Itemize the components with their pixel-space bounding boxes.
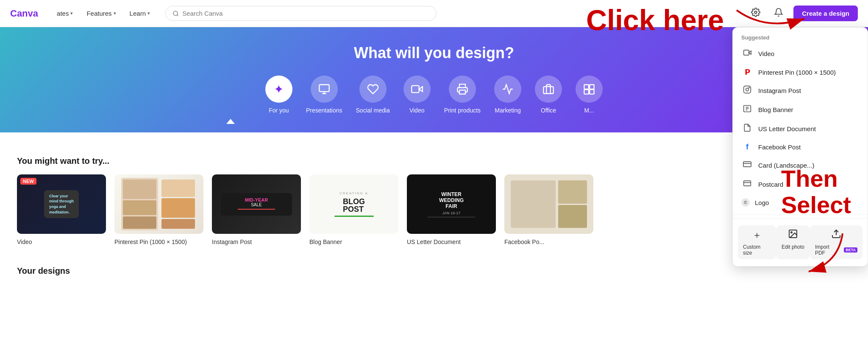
dropdown-item-instagram[interactable]: Instagram Post <box>733 81 868 100</box>
svg-rect-4 <box>412 86 419 93</box>
logo: Canva <box>10 8 38 19</box>
chevron-down-icon-learn: ▾ <box>147 11 150 16</box>
nav-item-learn[interactable]: Learn ▾ <box>125 6 155 20</box>
dropdown-label-logo: Logo <box>755 199 769 206</box>
svg-point-14 <box>746 88 749 91</box>
card-label-blog: Blog Banner <box>309 239 342 245</box>
pdf-icon <box>831 229 841 241</box>
dropdown-divider <box>733 214 868 215</box>
category-print-products[interactable]: Print products <box>444 76 481 114</box>
dropdown-label-facebook: Facebook Post <box>758 143 801 151</box>
list-item[interactable]: Facebook Po... <box>504 174 593 246</box>
plus-icon: ＋ <box>752 229 762 241</box>
nav-label-learn: Learn <box>130 10 146 17</box>
dropdown-item-facebook[interactable]: f Facebook Post <box>733 138 868 156</box>
chevron-down-icon-features: ▾ <box>114 11 116 16</box>
chevron-down-icon-templates: ▾ <box>70 11 73 16</box>
category-marketing[interactable]: Marketing <box>494 76 521 114</box>
office-icon <box>535 76 562 103</box>
dropdown-item-us-letter[interactable]: US Letter Document <box>733 119 868 138</box>
facebook-dropdown-icon: f <box>741 143 753 152</box>
bell-icon <box>774 8 783 17</box>
svg-point-15 <box>749 87 750 88</box>
svg-point-24 <box>791 232 792 233</box>
photo-icon <box>788 229 798 241</box>
dropdown-label-postcard: Postcard <box>758 181 783 188</box>
edit-photo-label: Edit photo <box>782 244 804 250</box>
category-video[interactable]: Video <box>403 76 431 114</box>
dropdown-actions: ＋ Custom size Edit photo Import PDF BETA <box>733 218 868 266</box>
print-products-icon <box>449 76 476 103</box>
svg-rect-6 <box>543 87 553 93</box>
blog-dropdown-icon <box>741 104 753 115</box>
svg-rect-5 <box>459 90 465 94</box>
create-design-dropdown: Suggested Video 𝗣 Pinterest Pin (1000 × … <box>732 27 868 267</box>
card-thumb-pinterest <box>114 174 203 234</box>
category-label-video: Video <box>409 107 425 114</box>
svg-marker-3 <box>419 87 422 92</box>
pinterest-dropdown-icon: 𝗣 <box>741 67 753 77</box>
category-social-media[interactable]: Social media <box>356 76 390 114</box>
category-office[interactable]: Office <box>535 76 562 114</box>
category-more[interactable]: M... <box>576 76 603 114</box>
dropdown-item-blog[interactable]: Blog Banner <box>733 100 868 119</box>
svg-rect-2 <box>319 85 329 92</box>
marketing-icon <box>494 76 521 103</box>
video-dropdown-icon <box>741 48 753 59</box>
edit-photo-button[interactable]: Edit photo <box>776 225 810 259</box>
dropdown-label-blog: Blog Banner <box>758 106 793 113</box>
svg-rect-10 <box>590 90 594 94</box>
header-actions: Create a design <box>748 4 858 22</box>
list-item[interactable]: WINTERWEDDINGFAIR JAN 16-17 US Letter Do… <box>407 174 496 246</box>
list-item[interactable]: NEW Clear yourmind throughyoga andmedita… <box>17 174 106 246</box>
cards-grid: NEW Clear yourmind throughyoga andmedita… <box>17 174 851 246</box>
gear-icon <box>751 8 760 17</box>
dropdown-label-card: Card (Landscape...) <box>758 162 815 169</box>
nav-label-features: Features <box>86 10 111 17</box>
svg-rect-22 <box>744 181 751 186</box>
dropdown-item-video[interactable]: Video <box>733 44 868 63</box>
category-label-for-you: For you <box>269 107 289 114</box>
svg-rect-20 <box>743 162 751 167</box>
for-you-icon: ✦ <box>265 76 292 103</box>
card-label-facebook: Facebook Po... <box>504 239 544 245</box>
instagram-dropdown-icon <box>741 85 753 96</box>
search-icon <box>172 10 179 17</box>
presentations-icon <box>311 76 338 103</box>
svg-rect-13 <box>744 86 751 93</box>
dropdown-item-pinterest[interactable]: 𝗣 Pinterest Pin (1000 × 1500) <box>733 63 868 81</box>
import-pdf-button[interactable]: Import PDF BETA <box>810 225 862 259</box>
custom-size-label: Custom size <box>743 244 771 256</box>
beta-badge: BETA <box>844 247 857 253</box>
import-pdf-label: Import PDF <box>815 244 841 256</box>
more-icon <box>576 76 603 103</box>
dropdown-item-postcard[interactable]: Postcard <box>733 175 868 194</box>
us-letter-dropdown-icon <box>741 123 753 134</box>
dropdown-section-label: Suggested <box>733 34 868 44</box>
list-item[interactable]: CREATING A BLOGPOST Blog Banner <box>309 174 398 246</box>
dropdown-label-us-letter: US Letter Document <box>758 125 816 132</box>
search-bar <box>165 6 437 21</box>
category-for-you[interactable]: ✦ For you <box>265 76 292 114</box>
nav-item-templates[interactable]: ates ▾ <box>52 6 78 20</box>
svg-rect-9 <box>584 90 589 94</box>
notifications-button[interactable] <box>771 4 787 22</box>
list-item[interactable]: Pinterest Pin (1000 × 1500) <box>114 174 203 246</box>
card-dropdown-icon <box>741 160 753 171</box>
dropdown-item-card[interactable]: Card (Landscape...) <box>733 156 868 175</box>
video-icon <box>403 76 431 103</box>
header: Canva ates ▾ Features ▾ Learn ▾ <box>0 0 868 27</box>
settings-button[interactable] <box>748 4 764 22</box>
card-label-video: Video <box>17 239 32 245</box>
nav-item-features[interactable]: Features ▾ <box>81 6 121 20</box>
dropdown-item-logo[interactable]: © Logo <box>733 194 868 211</box>
list-item[interactable]: MID-YEAR SALE Instagram Post <box>212 174 301 246</box>
postcard-dropdown-icon <box>741 179 753 190</box>
create-design-button[interactable]: Create a design <box>793 6 858 21</box>
custom-size-button[interactable]: ＋ Custom size <box>738 225 776 259</box>
category-presentations[interactable]: Presentations <box>306 76 342 114</box>
search-input[interactable] <box>182 10 429 17</box>
category-label-marketing: Marketing <box>495 107 520 114</box>
svg-rect-7 <box>584 85 589 90</box>
nav: ates ▾ Features ▾ Learn ▾ <box>52 6 155 20</box>
